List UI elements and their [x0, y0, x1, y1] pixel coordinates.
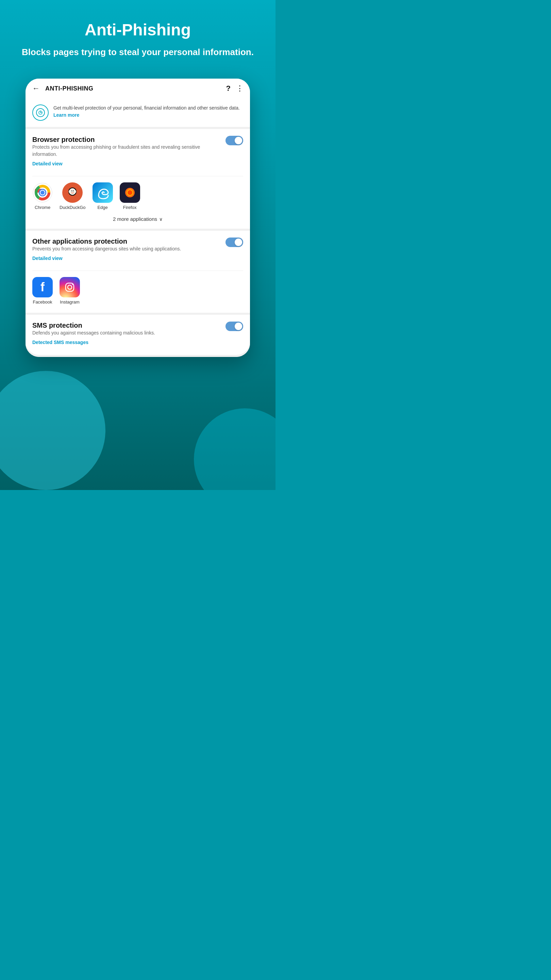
screen-title: ANTI-PHISHING	[45, 85, 221, 92]
more-apps-button[interactable]: 2 more applications ∨	[32, 216, 243, 222]
other-protection-toggle[interactable]	[225, 237, 243, 247]
other-protection-title: Other applications protection	[32, 237, 225, 245]
wave-decoration-left	[0, 371, 105, 490]
svg-point-19	[69, 190, 71, 193]
browser-protection-card: Browser protection Protects you from acc…	[25, 129, 250, 229]
divider-1	[32, 176, 243, 176]
learn-more-link[interactable]: Learn more	[53, 112, 79, 118]
duckduckgo-icon	[62, 182, 83, 203]
sms-protection-desc: Defends you against messages containing …	[32, 329, 225, 337]
facebook-label: Facebook	[33, 299, 52, 305]
chrome-label: Chrome	[35, 205, 50, 210]
svg-point-26	[72, 284, 73, 285]
phone-mockup: ← ANTI-PHISHING ? ⋮ G	[25, 79, 250, 357]
app-item-facebook[interactable]: f Facebook	[32, 277, 53, 305]
phone-inner: ← ANTI-PHISHING ? ⋮ G	[25, 79, 250, 357]
sms-protection-card: SMS protection Defends you against messa…	[25, 315, 250, 355]
info-section: Get multi-level protection of your perso…	[25, 98, 250, 127]
browser-protection-header: Browser protection Protects you from acc…	[32, 136, 243, 171]
edge-icon	[92, 182, 113, 203]
more-options-icon[interactable]: ⋮	[236, 84, 243, 93]
app-item-chrome[interactable]: Chrome	[32, 182, 53, 210]
other-protection-card: Other applications protection Prevents y…	[25, 231, 250, 313]
browser-protection-content: Browser protection Protects you from acc…	[32, 136, 225, 171]
divider-2	[32, 270, 243, 271]
firefox-label: Firefox	[123, 205, 137, 210]
firefox-icon	[120, 182, 140, 203]
instagram-label: Instagram	[60, 299, 79, 305]
top-icons: ? ⋮	[226, 84, 243, 93]
app-item-duckduckgo[interactable]: DuckDuckGo	[60, 182, 86, 210]
instagram-icon	[60, 277, 80, 298]
app-item-edge[interactable]: Edge	[92, 182, 113, 210]
edge-label: Edge	[97, 205, 108, 210]
browser-apps-row: Chrome	[32, 181, 243, 211]
background: Anti-Phishing Blocks pages trying to ste…	[0, 0, 275, 490]
info-icon-circle	[32, 105, 49, 121]
wave-decoration-right	[194, 408, 275, 490]
svg-point-25	[68, 285, 72, 289]
sms-protection-header: SMS protection Defends you against messa…	[32, 321, 243, 345]
facebook-icon: f	[32, 277, 53, 298]
chrome-icon	[32, 182, 53, 203]
chevron-down-icon: ∨	[159, 216, 163, 222]
app-item-instagram[interactable]: Instagram	[60, 277, 80, 305]
svg-point-20	[73, 190, 76, 193]
subtitle: Blocks pages trying to steal your person…	[21, 46, 255, 58]
sms-protection-toggle[interactable]	[225, 321, 243, 331]
svg-point-17	[71, 191, 72, 191]
browser-protection-toggle[interactable]	[225, 136, 243, 145]
sms-protection-title: SMS protection	[32, 321, 225, 329]
browser-detailed-link[interactable]: Detailed view	[32, 161, 63, 166]
duckduckgo-label: DuckDuckGo	[60, 205, 86, 210]
top-bar: ← ANTI-PHISHING ? ⋮	[25, 79, 250, 98]
browser-protection-desc: Protects you from accessing phishing or …	[32, 143, 225, 158]
svg-point-23	[127, 190, 132, 195]
sms-protection-content: SMS protection Defends you against messa…	[32, 321, 225, 345]
header-section: Anti-Phishing Blocks pages trying to ste…	[0, 0, 275, 68]
shield-clock-icon	[36, 108, 45, 118]
help-icon[interactable]: ?	[226, 84, 230, 93]
app-item-firefox[interactable]: Firefox	[120, 182, 140, 210]
back-button[interactable]: ←	[32, 84, 40, 93]
svg-point-11	[40, 191, 44, 195]
main-title: Anti-Phishing	[21, 21, 255, 39]
other-detailed-link[interactable]: Detailed view	[32, 256, 63, 261]
detected-sms-link[interactable]: Detected SMS messages	[32, 340, 89, 345]
other-protection-content: Other applications protection Prevents y…	[32, 237, 225, 266]
browser-protection-title: Browser protection	[32, 136, 225, 143]
info-description: Get multi-level protection of your perso…	[53, 105, 243, 119]
other-protection-desc: Prevents you from accessing dangerous si…	[32, 245, 225, 253]
social-apps-row: f Facebook Instagram	[32, 275, 243, 306]
other-protection-header: Other applications protection Prevents y…	[32, 237, 243, 266]
